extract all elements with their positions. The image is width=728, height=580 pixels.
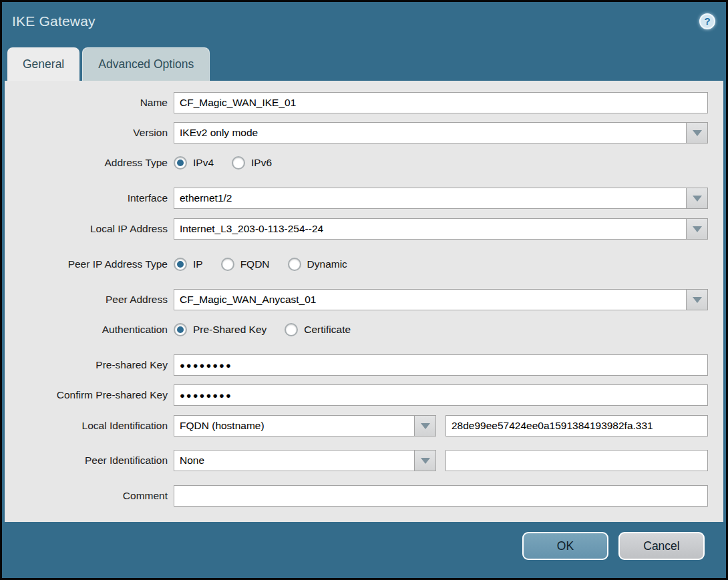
radio-fqdn-label: FQDN <box>240 258 270 270</box>
pre-shared-key-row: Pre-shared Key <box>5 354 708 376</box>
radio-ipv4-label: IPv4 <box>193 157 214 169</box>
radio-certificate-label: Certificate <box>304 324 351 336</box>
radio-button-icon <box>174 323 187 336</box>
radio-pre-shared-key[interactable]: Pre-Shared Key <box>174 323 266 336</box>
name-label: Name <box>5 97 174 109</box>
name-input[interactable] <box>174 92 708 113</box>
ok-button[interactable]: OK <box>522 532 608 560</box>
radio-pre-shared-key-label: Pre-Shared Key <box>193 324 266 336</box>
authentication-radio-group: Pre-Shared Key Certificate <box>174 322 351 338</box>
comment-label: Comment <box>5 490 174 502</box>
radio-button-icon <box>285 323 298 336</box>
chevron-down-icon[interactable] <box>414 416 435 436</box>
chevron-down-icon[interactable] <box>686 123 707 143</box>
address-type-row: Address Type IPv4 IPv6 <box>5 155 708 171</box>
peer-identification-type-dropdown[interactable]: None <box>174 450 436 471</box>
peer-address-row: Peer Address CF_Magic_WAN_Anycast_01 <box>5 289 708 310</box>
local-identification-label: Local Identification <box>5 420 174 432</box>
help-icon[interactable]: ? <box>699 13 715 29</box>
triangle-icon <box>421 423 430 429</box>
triangle-icon <box>693 130 702 136</box>
triangle-icon <box>693 196 702 202</box>
radio-button-icon <box>221 258 234 271</box>
peer-ip-address-type-label: Peer IP Address Type <box>5 258 174 270</box>
radio-ipv6-label: IPv6 <box>251 157 272 169</box>
pre-shared-key-input[interactable] <box>174 354 708 376</box>
chevron-down-icon[interactable] <box>686 219 707 239</box>
peer-identification-row: Peer Identification None <box>5 450 708 471</box>
authentication-label: Authentication <box>5 324 174 336</box>
tab-advanced-options-label: Advanced Options <box>98 57 194 71</box>
version-dropdown[interactable]: IKEv2 only mode <box>174 122 708 143</box>
local-identification-type-dropdown[interactable]: FQDN (hostname) <box>174 415 436 437</box>
radio-ipv4[interactable]: IPv4 <box>174 156 214 170</box>
radio-ip[interactable]: IP <box>174 258 203 271</box>
peer-identification-label: Peer Identification <box>5 455 174 467</box>
chevron-down-icon[interactable] <box>686 290 707 310</box>
tab-strip: General Advanced Options <box>2 40 726 81</box>
peer-identification-type-value: None <box>174 451 414 471</box>
dialog-title: IKE Gateway <box>12 13 96 29</box>
local-ip-address-row: Local IP Address Internet_L3_203-0-113-2… <box>5 218 708 240</box>
triangle-icon <box>693 226 702 232</box>
tab-general[interactable]: General <box>7 47 79 81</box>
version-value: IKEv2 only mode <box>174 123 686 143</box>
radio-dynamic-label: Dynamic <box>307 258 347 270</box>
chevron-down-icon[interactable] <box>414 451 435 471</box>
local-ip-address-label: Local IP Address <box>5 223 174 235</box>
comment-row: Comment <box>5 485 708 507</box>
peer-identification-value-input[interactable] <box>445 450 708 471</box>
radio-button-icon <box>232 156 245 170</box>
confirm-pre-shared-key-row: Confirm Pre-shared Key <box>5 384 708 406</box>
radio-fqdn[interactable]: FQDN <box>221 258 270 271</box>
peer-address-value: CF_Magic_WAN_Anycast_01 <box>174 290 686 310</box>
authentication-row: Authentication Pre-Shared Key Certificat… <box>5 322 708 338</box>
general-tab-panel: Name Version IKEv2 only mode Address Typ… <box>5 81 723 522</box>
chevron-down-icon[interactable] <box>686 188 707 208</box>
peer-ip-address-type-radio-group: IP FQDN Dynamic <box>174 256 347 272</box>
confirm-pre-shared-key-input[interactable] <box>174 384 708 406</box>
radio-ipv6[interactable]: IPv6 <box>232 156 272 170</box>
peer-address-label: Peer Address <box>5 294 174 306</box>
local-ip-address-dropdown[interactable]: Internet_L3_203-0-113-254--24 <box>174 218 708 240</box>
address-type-radio-group: IPv4 IPv6 <box>174 155 272 171</box>
name-row: Name <box>5 92 708 113</box>
radio-button-icon <box>288 258 301 271</box>
cancel-button[interactable]: Cancel <box>618 532 705 560</box>
radio-button-icon <box>174 156 187 170</box>
local-identification-type-value: FQDN (hostname) <box>174 416 414 436</box>
peer-ip-address-type-row: Peer IP Address Type IP FQDN Dynamic <box>5 256 708 272</box>
triangle-icon <box>693 297 702 303</box>
local-identification-row: Local Identification FQDN (hostname) <box>5 415 708 437</box>
confirm-pre-shared-key-label: Confirm Pre-shared Key <box>5 389 174 401</box>
version-row: Version IKEv2 only mode <box>5 122 708 143</box>
title-bar: IKE Gateway ? <box>2 2 726 40</box>
tab-general-label: General <box>23 57 64 71</box>
address-type-label: Address Type <box>5 157 174 169</box>
interface-row: Interface ethernet1/2 <box>5 188 708 209</box>
triangle-icon <box>421 458 430 464</box>
local-identification-value-input[interactable] <box>445 415 708 437</box>
radio-certificate[interactable]: Certificate <box>285 323 351 336</box>
peer-address-dropdown[interactable]: CF_Magic_WAN_Anycast_01 <box>174 289 708 310</box>
radio-button-icon <box>174 258 187 271</box>
pre-shared-key-label: Pre-shared Key <box>5 359 174 371</box>
interface-value: ethernet1/2 <box>174 188 686 208</box>
radio-ip-label: IP <box>193 258 203 270</box>
dialog-footer: OK Cancel <box>2 522 726 578</box>
interface-label: Interface <box>5 192 174 204</box>
tab-advanced-options[interactable]: Advanced Options <box>82 47 210 81</box>
interface-dropdown[interactable]: ethernet1/2 <box>174 188 708 209</box>
radio-dynamic[interactable]: Dynamic <box>288 258 347 271</box>
local-ip-address-value: Internet_L3_203-0-113-254--24 <box>174 219 686 239</box>
ike-gateway-dialog: IKE Gateway ? General Advanced Options N… <box>0 0 728 580</box>
version-label: Version <box>5 127 174 139</box>
comment-input[interactable] <box>174 485 708 507</box>
